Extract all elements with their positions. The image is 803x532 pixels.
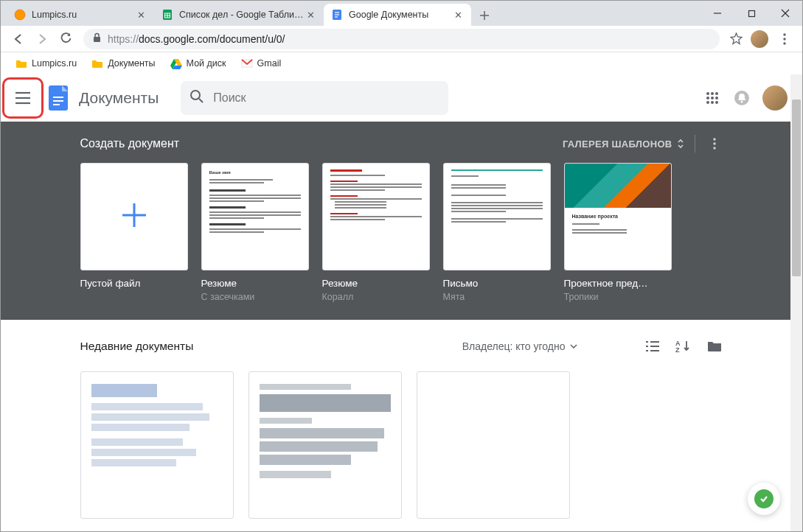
document-card[interactable] <box>417 371 570 519</box>
template-gallery: Создать документ ГАЛЕРЕЯ ШАБЛОНОВ Пустой… <box>1 122 802 320</box>
url-path: docs.google.com/document/u/0/ <box>139 33 285 45</box>
templates-more-button[interactable] <box>706 138 723 150</box>
favicon-sheets-icon <box>161 9 173 21</box>
template-name: Письмо <box>443 278 551 289</box>
svg-point-34 <box>711 97 714 99</box>
address-bar[interactable]: https://docs.google.com/document/u/0/ <box>83 29 720 49</box>
bell-icon <box>734 90 750 106</box>
svg-point-30 <box>706 92 709 95</box>
svg-point-40 <box>741 101 743 103</box>
svg-point-31 <box>711 92 714 95</box>
tab-close-icon[interactable]: ✕ <box>135 9 147 21</box>
recent-documents: Недавние документы Владелец: кто угодно … <box>1 320 802 519</box>
sort-button[interactable]: AZ <box>675 337 692 355</box>
new-tab-button[interactable] <box>474 5 495 26</box>
favicon-docs-icon <box>331 9 343 21</box>
gallery-link-label: ГАЛЕРЕЯ ШАБЛОНОВ <box>563 139 672 150</box>
template-gallery-link[interactable]: ГАЛЕРЕЯ ШАБЛОНОВ <box>563 139 684 150</box>
template-subtitle: С засечками <box>201 292 309 302</box>
tab-close-icon[interactable]: ✕ <box>305 9 316 21</box>
back-button[interactable] <box>7 27 30 51</box>
svg-point-42 <box>713 142 715 144</box>
url-scheme: https:// <box>108 33 139 45</box>
main-menu-button[interactable] <box>7 82 39 114</box>
search-box[interactable] <box>181 81 448 115</box>
gmail-icon <box>241 57 253 69</box>
drive-icon <box>170 57 182 69</box>
browser-tab-sheets[interactable]: Список дел - Google Таблицы ✕ <box>154 4 324 26</box>
template-subtitle: Мята <box>443 292 551 302</box>
favicon-orange-icon <box>14 9 26 21</box>
plus-icon <box>117 197 152 236</box>
maximize-button[interactable] <box>734 1 768 26</box>
document-card[interactable] <box>248 371 402 519</box>
template-name: Резюме <box>322 278 430 289</box>
svg-rect-16 <box>94 37 100 42</box>
svg-point-35 <box>715 97 718 99</box>
unfold-icon <box>677 139 684 149</box>
bookmark-lumpics[interactable]: Lumpics.ru <box>10 55 83 72</box>
template-name: Проектное пред… <box>564 278 672 289</box>
separator <box>695 135 695 153</box>
svg-point-41 <box>713 138 715 140</box>
list-view-button[interactable] <box>644 337 661 355</box>
browser-tab-docs[interactable]: Google Документы ✕ <box>324 4 471 26</box>
bookmark-drive[interactable]: Мой диск <box>164 55 232 72</box>
scrollbar-thumb[interactable] <box>792 99 801 276</box>
bookmark-label: Gmail <box>257 58 282 69</box>
tab-close-icon[interactable]: ✕ <box>452 9 464 21</box>
svg-point-32 <box>715 92 718 95</box>
folder-icon <box>15 57 27 69</box>
minimize-button[interactable] <box>701 1 734 26</box>
shield-check-badge[interactable] <box>748 483 780 515</box>
browser-tab-lumpics[interactable]: Lumpics.ru ✕ <box>7 4 154 26</box>
svg-rect-1 <box>748 10 754 16</box>
bookmark-label: Документы <box>108 58 155 69</box>
docs-logo-icon[interactable] <box>44 83 73 113</box>
document-card[interactable] <box>80 371 234 519</box>
recent-heading: Недавние документы <box>80 340 194 353</box>
svg-text:Z: Z <box>675 346 680 353</box>
browser-menu-button[interactable] <box>773 33 796 45</box>
profile-avatar-small[interactable] <box>751 30 768 48</box>
tab-title: Список дел - Google Таблицы <box>179 10 305 20</box>
owner-filter-dropdown[interactable]: Владелец: кто угодно <box>462 340 577 352</box>
svg-point-38 <box>715 101 718 104</box>
notifications-button[interactable] <box>727 83 757 113</box>
check-icon <box>754 489 774 508</box>
project-thumb-title: Название проекта <box>572 214 664 219</box>
template-name: Резюме <box>201 278 309 289</box>
forward-button[interactable] <box>30 27 54 51</box>
template-blank[interactable]: Пустой файл <box>80 163 188 302</box>
templates-heading: Создать документ <box>80 137 180 150</box>
svg-line-29 <box>199 99 203 102</box>
template-name: Пустой файл <box>80 278 188 289</box>
template-subtitle: Коралл <box>322 292 430 302</box>
template-resume-serif[interactable]: Ваше имя Резюме С засечками <box>201 163 309 302</box>
svg-point-18 <box>783 38 785 40</box>
account-avatar[interactable] <box>762 85 788 111</box>
apps-grid-icon <box>706 91 719 105</box>
template-resume-coral[interactable]: Резюме Коралл <box>322 163 430 302</box>
bookmark-label: Lumpics.ru <box>32 58 77 69</box>
open-folder-button[interactable] <box>706 337 723 355</box>
hamburger-icon <box>15 91 31 105</box>
template-subtitle: Тропики <box>564 292 672 302</box>
owner-filter-label: Владелец: кто угодно <box>462 340 566 352</box>
template-letter-mint[interactable]: Письмо Мята <box>443 163 551 302</box>
google-apps-button[interactable] <box>698 83 727 113</box>
reload-button[interactable] <box>54 27 77 51</box>
search-icon <box>190 89 204 107</box>
bookmark-gmail[interactable]: Gmail <box>235 55 288 72</box>
bookmark-documents[interactable]: Документы <box>86 55 161 72</box>
search-input[interactable] <box>213 91 439 105</box>
bookmark-star-icon[interactable] <box>726 32 746 45</box>
svg-point-17 <box>783 33 785 35</box>
svg-point-37 <box>711 101 714 104</box>
lock-icon <box>92 32 102 45</box>
tab-title: Lumpics.ru <box>32 10 135 20</box>
template-project-tropics[interactable]: Название проекта Проектное пред… Тропики <box>564 163 672 302</box>
svg-point-43 <box>713 147 715 149</box>
close-window-button[interactable] <box>768 1 802 26</box>
chevron-down-icon <box>570 344 577 349</box>
